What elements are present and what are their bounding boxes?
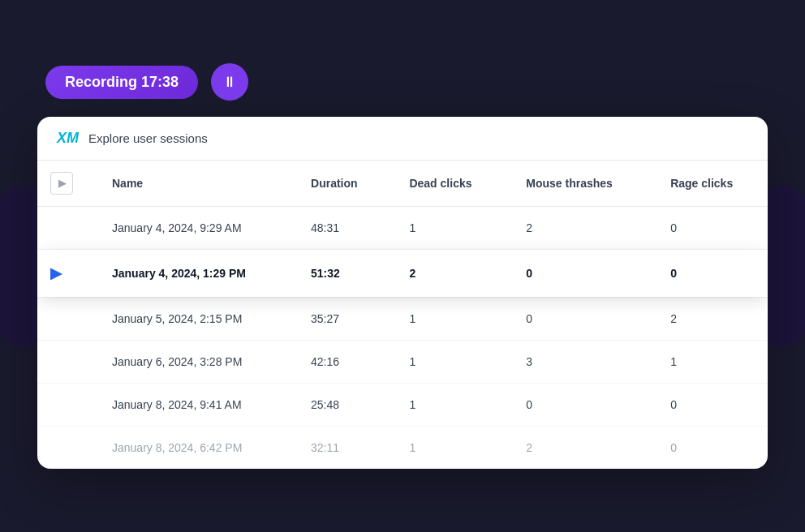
outer-container: Recording 17:38 ⏸ XM Explore user sessio… — [37, 63, 768, 469]
table-row[interactable]: January 8, 2024, 6:42 PM32:11120 — [37, 427, 768, 470]
table-row[interactable]: January 4, 2024, 9:29 AM48:31120 — [37, 207, 768, 250]
table-row[interactable]: January 8, 2024, 9:41 AM25:48100 — [37, 384, 768, 427]
row-name: January 4, 2024, 1:29 PM — [93, 250, 291, 298]
row-icon-cell — [37, 207, 93, 250]
row-duration: 35:27 — [291, 298, 390, 341]
row-mouse-thrashes: 2 — [506, 207, 651, 250]
table-row[interactable]: ▶January 4, 2024, 1:29 PM51:32200 — [37, 250, 768, 298]
row-dead-clicks: 1 — [390, 341, 506, 384]
row-dead-clicks: 2 — [390, 250, 506, 298]
row-name: January 5, 2024, 2:15 PM — [93, 298, 291, 341]
row-mouse-thrashes: 0 — [506, 298, 651, 341]
row-rage-clicks: 0 — [651, 427, 768, 470]
row-name: January 8, 2024, 6:42 PM — [93, 427, 291, 470]
row-dead-clicks: 1 — [390, 427, 506, 470]
table-header: ▶ Name Duration Dead clicks Mouse thrash… — [37, 161, 768, 207]
col-header-mouse-thrashes: Mouse thrashes — [506, 161, 651, 207]
row-duration: 42:16 — [291, 341, 390, 384]
row-mouse-thrashes: 0 — [506, 250, 651, 298]
top-bar: Recording 17:38 ⏸ — [37, 63, 768, 101]
table-container: ▶ Name Duration Dead clicks Mouse thrash… — [37, 161, 768, 469]
row-icon-cell — [37, 427, 93, 470]
recording-label: Recording 17:38 — [65, 74, 179, 90]
sessions-table: ▶ Name Duration Dead clicks Mouse thrash… — [37, 161, 768, 469]
row-name: January 6, 2024, 3:28 PM — [93, 341, 291, 384]
row-mouse-thrashes: 3 — [506, 341, 651, 384]
row-mouse-thrashes: 0 — [506, 384, 651, 427]
row-duration: 48:31 — [291, 207, 390, 250]
row-duration: 51:32 — [291, 250, 390, 298]
play-icon-header: ▶ — [50, 172, 73, 195]
row-rage-clicks: 0 — [651, 384, 768, 427]
row-rage-clicks: 0 — [651, 250, 768, 298]
row-icon-cell — [37, 298, 93, 341]
recording-badge: Recording 17:38 — [45, 66, 198, 99]
col-header-dead-clicks: Dead clicks — [390, 161, 506, 207]
row-name: January 4, 2024, 9:29 AM — [93, 207, 291, 250]
col-header-name: Name — [93, 161, 291, 207]
xm-logo: XM — [57, 130, 79, 147]
row-icon-cell — [37, 384, 93, 427]
row-duration: 25:48 — [291, 384, 390, 427]
table-row[interactable]: January 6, 2024, 3:28 PM42:16131 — [37, 341, 768, 384]
col-header-duration: Duration — [291, 161, 390, 207]
row-rage-clicks: 0 — [651, 207, 768, 250]
table-row[interactable]: January 5, 2024, 2:15 PM35:27102 — [37, 298, 768, 341]
pause-button[interactable]: ⏸ — [211, 63, 248, 101]
card-header-title: Explore user sessions — [88, 131, 208, 145]
row-dead-clicks: 1 — [390, 384, 506, 427]
pause-icon: ⏸ — [222, 74, 237, 91]
row-dead-clicks: 1 — [390, 298, 506, 341]
row-mouse-thrashes: 2 — [506, 427, 651, 470]
play-button[interactable]: ▶ — [50, 265, 62, 281]
row-icon-cell — [37, 341, 93, 384]
row-dead-clicks: 1 — [390, 207, 506, 250]
card-header: XM Explore user sessions — [37, 117, 768, 161]
row-rage-clicks: 1 — [651, 341, 768, 384]
row-name: January 8, 2024, 9:41 AM — [93, 384, 291, 427]
row-icon-cell: ▶ — [37, 250, 93, 298]
row-duration: 32:11 — [291, 427, 390, 470]
col-header-icon: ▶ — [37, 161, 93, 207]
col-header-rage-clicks: Rage clicks — [651, 161, 768, 207]
main-card: XM Explore user sessions ▶ Name Duration… — [37, 117, 768, 469]
table-header-row: ▶ Name Duration Dead clicks Mouse thrash… — [37, 161, 768, 207]
table-body: January 4, 2024, 9:29 AM48:31120▶January… — [37, 207, 768, 470]
row-rage-clicks: 2 — [651, 298, 768, 341]
